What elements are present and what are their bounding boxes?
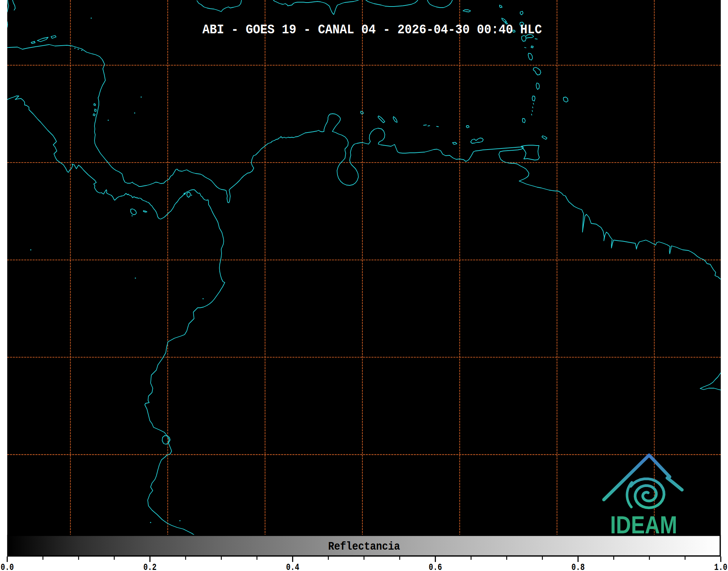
- svg-text:1.0: 1.0: [714, 562, 728, 571]
- svg-text:ABI - GOES 19 - CANAL 04 - 202: ABI - GOES 19 - CANAL 04 - 2026-04-30 00…: [202, 22, 542, 37]
- svg-text:0.6: 0.6: [429, 562, 442, 571]
- svg-text:0.8: 0.8: [572, 562, 585, 571]
- svg-text:Reflectancia: Reflectancia: [328, 540, 400, 553]
- svg-text:0.4: 0.4: [286, 562, 299, 571]
- svg-text:0.2: 0.2: [143, 562, 157, 571]
- svg-text:0.0: 0.0: [1, 562, 14, 571]
- svg-text:IDEAM: IDEAM: [610, 511, 677, 538]
